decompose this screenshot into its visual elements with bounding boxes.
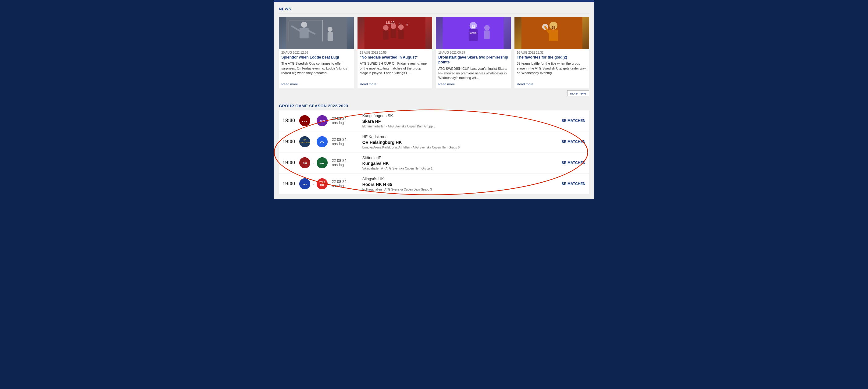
match-time-4: 19:00 (282, 181, 299, 186)
match-venue-4: Nolhagahallen - ATG Svenska Cupen Dam Gr… (362, 188, 558, 191)
svg-text:HÖÖR: HÖÖR (319, 181, 325, 183)
svg-text:LILJA: LILJA (386, 21, 395, 24)
team-logo-kungalvs: KHK (317, 157, 328, 168)
svg-text:KHK: KHK (319, 162, 325, 165)
read-more-3[interactable]: Read more (438, 82, 508, 86)
se-matchen-3[interactable]: SE MATCHEN (562, 161, 586, 165)
se-matchen-4[interactable]: SE MATCHEN (562, 182, 586, 186)
match-datetime-1: 22-08-24 onsdag (332, 116, 356, 125)
news-excerpt-1: The ATG Swedish Cup continues to offer s… (281, 61, 351, 80)
svg-rect-27 (484, 30, 490, 39)
svg-rect-16 (398, 30, 404, 39)
news-card-4: 18 16 AUG 2022 13:32 The favorites for t… (515, 17, 589, 88)
svg-text:HF: HF (304, 139, 306, 141)
news-title-4: The favorites for the gold(2) (517, 55, 587, 60)
svg-point-4 (301, 22, 307, 28)
match-info-2: HF Karlskrona OV Helsingborg HK Brinova … (362, 134, 558, 149)
match-venue-2: Brinova Arena Karlskrona, A-Hallen - ATG… (362, 146, 558, 149)
svg-text:9: 9 (406, 23, 408, 26)
match-row-3: 19:00 SIF - KHK (279, 152, 589, 174)
team-logo-alingsas: AHK (299, 178, 310, 189)
svg-text:KSK: KSK (302, 120, 308, 123)
svg-rect-14 (391, 29, 396, 38)
svg-point-11 (383, 25, 388, 30)
svg-text:22: 22 (471, 25, 475, 28)
news-excerpt-4: 32 teams battle for the title when the g… (517, 61, 587, 80)
match-team2-name-2: OV Helsingborg HK (362, 140, 558, 145)
svg-text:18: 18 (552, 26, 555, 29)
news-excerpt-3: ATG SWEDISH CUP Last year's finalist Ska… (438, 66, 508, 81)
match-day-4: onsdag (332, 184, 356, 188)
match-datetime-3: 22-08-24 onsdag (332, 158, 356, 167)
svg-rect-22 (469, 29, 478, 41)
news-date-2: 19 AUG 2022 10:55 (360, 51, 430, 54)
match-day-1: onsdag (332, 121, 356, 125)
match-time-1: 18:30 (282, 118, 299, 123)
match-list: 18:30 KSK - SHF (279, 110, 589, 194)
svg-text:OV: OV (320, 141, 324, 144)
news-body-4: 16 AUG 2022 13:32 The favorites for the … (515, 49, 589, 88)
news-image-2: LILJA 8 9 (358, 17, 432, 49)
match-team2-name-1: Skara HF (362, 119, 558, 124)
news-image-4: 18 (515, 17, 589, 49)
match-info-1: Kungsängens SK Skara HF Ekhammarhallen -… (362, 113, 558, 128)
group-game-section: GROUP GAME SEASON 2022/2023 18:30 KSK (274, 100, 594, 199)
news-date-1: 20 AUG 2022 12:56 (281, 51, 351, 54)
match-time-3: 19:00 (282, 160, 299, 166)
match-separator-1: - (313, 118, 314, 123)
news-body-1: 20 AUG 2022 12:56 Splendor when Lödde be… (279, 49, 354, 88)
svg-text:8: 8 (399, 23, 400, 26)
team-logo-skanela: SIF (299, 157, 310, 168)
match-team2-name-4: Höörs HK H 65 (362, 182, 558, 187)
svg-rect-9 (328, 32, 333, 41)
news-card-2: LILJA 8 9 19 AUG 2022 10:55 "No medals a… (358, 17, 432, 88)
match-team1-name-4: Alingsås HK (362, 177, 558, 182)
team-logo-hoor: HÖÖR H65 (317, 178, 328, 189)
news-date-4: 16 AUG 2022 13:32 (517, 51, 587, 54)
matches-container: 18:30 KSK - SHF (279, 110, 589, 194)
svg-text:KARLSKRONA: KARLSKRONA (299, 142, 310, 144)
news-card-3: 22 ATGA 18 AUG 2022 09:39 Drömstart gave… (436, 17, 511, 88)
match-day-3: onsdag (332, 163, 356, 167)
match-row-2: 19:00 HF KARLSKRONA - OV (279, 131, 589, 152)
se-matchen-1[interactable]: SE MATCHEN (562, 119, 586, 123)
svg-rect-12 (383, 30, 388, 40)
news-title-1: Splendor when Lödde beat Lugi (281, 55, 351, 60)
match-info-4: Alingsås HK Höörs HK H 65 Nolhagahallen … (362, 177, 558, 191)
more-news-button[interactable]: more news (567, 90, 589, 96)
team-logo-ov: OV (317, 136, 328, 147)
se-matchen-2[interactable]: SE MATCHEN (562, 140, 586, 144)
read-more-1[interactable]: Read more (281, 82, 351, 86)
news-section: NEWS (274, 2, 594, 100)
match-team1-name-3: Skånela IF (362, 155, 558, 161)
match-separator-3: - (313, 160, 314, 165)
match-separator-4: - (313, 181, 314, 186)
svg-text:H65: H65 (320, 184, 324, 186)
read-more-4[interactable]: Read more (517, 82, 587, 86)
svg-point-8 (328, 27, 333, 32)
match-row-4: 19:00 AHK - HÖÖR H65 (279, 174, 589, 194)
match-datetime-2: 22-08-24 onsdag (332, 138, 356, 146)
match-separator-2: - (313, 139, 314, 144)
match-row-1: 18:30 KSK - SHF (279, 110, 589, 131)
news-grid: 20 AUG 2022 12:56 Splendor when Lödde be… (279, 17, 589, 88)
match-time-2: 19:00 (282, 139, 299, 145)
match-date-4: 22-08-24 (332, 180, 356, 184)
match-team1-name-1: Kungsängens SK (362, 113, 558, 119)
match-team2-name-3: Kungälvs HK (362, 161, 558, 166)
match-date-2: 22-08-24 (332, 138, 356, 142)
match-info-3: Skånela IF Kungälvs HK Vikingahallen A -… (362, 155, 558, 170)
svg-rect-5 (300, 28, 309, 38)
match-date-3: 22-08-24 (332, 158, 356, 163)
match-date-1: 22-08-24 (332, 116, 356, 121)
news-excerpt-2: ATG SWEDISH CUP On Friday evening, one o… (360, 61, 430, 80)
read-more-2[interactable]: Read more (360, 82, 430, 86)
more-news-row: more news (279, 88, 589, 97)
svg-text:SHF: SHF (319, 120, 325, 123)
news-date-3: 18 AUG 2022 09:39 (438, 51, 508, 54)
svg-rect-30 (549, 30, 558, 41)
news-card-1: 20 AUG 2022 12:56 Splendor when Lödde be… (279, 17, 354, 88)
news-image-3: 22 ATGA (436, 17, 511, 49)
svg-point-26 (484, 25, 490, 30)
team-logo-kungsangen: KSK (299, 115, 310, 126)
